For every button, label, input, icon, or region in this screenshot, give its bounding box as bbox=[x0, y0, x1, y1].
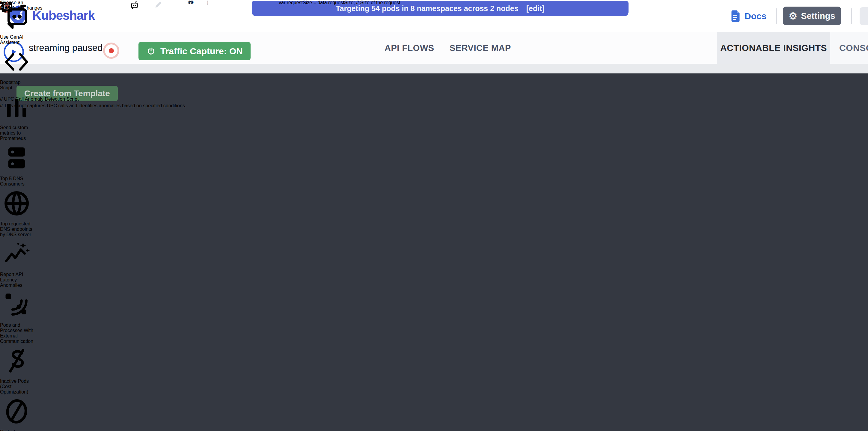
card-label: Top requested DNS endpoints by DNS serve… bbox=[0, 221, 33, 237]
settings-button[interactable]: ⚙ Settings bbox=[783, 7, 841, 25]
automation-card-grid: Use GenAI Assistant Bootstrap Script bbox=[0, 0, 33, 431]
card-pods-external-communication[interactable]: Pods and Processes With External Communi… bbox=[0, 288, 33, 344]
targeting-banner-text: Targeting 54 pods in 8 namespaces across… bbox=[336, 4, 519, 13]
kubeshark-app: Kubeshark Targeting 54 pods in 8 namespa… bbox=[0, 0, 868, 431]
gear-icon: ⚙ bbox=[788, 11, 797, 21]
card-label: Inactive Pods (Cost Optimization) bbox=[0, 378, 33, 395]
bar-chart-icon bbox=[0, 91, 33, 124]
line-number-49: 49 bbox=[188, 0, 193, 5]
editor-background bbox=[0, 73, 868, 431]
nav-service-map[interactable]: SERVICE MAP bbox=[450, 32, 511, 64]
edit-script-button[interactable] bbox=[153, 0, 163, 11]
card-report-api-latency-anomalies[interactable]: Report API Latency Anomalies bbox=[0, 237, 33, 288]
card-send-custom-metrics-prometheus[interactable]: Send custom metrics to Prometheus bbox=[0, 91, 33, 141]
globe-icon bbox=[0, 187, 33, 220]
card-label: Pods and Processes With External Communi… bbox=[0, 322, 33, 344]
tab-console[interactable]: CONSOLE bbox=[830, 32, 868, 64]
header-divider bbox=[776, 8, 777, 24]
traffic-capture-button[interactable]: Traffic Capture: ON bbox=[138, 42, 251, 60]
genai-chat-button[interactable] bbox=[129, 0, 140, 12]
pencil-icon bbox=[153, 0, 163, 9]
genai-assistant-icon bbox=[0, 0, 33, 33]
header-gray-strip bbox=[0, 64, 868, 73]
code-line-49: } bbox=[207, 0, 208, 5]
edit-targeting-link[interactable]: [edit] bbox=[526, 4, 545, 13]
settings-label: Settings bbox=[801, 11, 835, 21]
partial-header-button[interactable] bbox=[860, 7, 868, 25]
power-icon bbox=[146, 47, 156, 56]
code-line-20: var requestSize = data.requestSize; // S… bbox=[279, 0, 400, 5]
card-inactive-pods-cost-optimization[interactable]: Inactive Pods (Cost Optimization) bbox=[0, 344, 33, 395]
anomaly-sparkline-icon bbox=[0, 237, 33, 271]
card-label: Redact Sensitive Data bbox=[0, 429, 33, 431]
slash-circle-icon bbox=[0, 395, 33, 428]
card-top-requested-dns-endpoints[interactable]: Top requested DNS endpoints by DNS serve… bbox=[0, 187, 33, 237]
card-label: Use GenAI Assistant bbox=[0, 34, 33, 45]
code-brackets-icon bbox=[0, 45, 33, 79]
server-stack-icon bbox=[0, 141, 33, 175]
dollar-slash-icon bbox=[0, 344, 33, 377]
signal-beams-icon bbox=[0, 288, 33, 321]
card-use-genai-assistant[interactable]: Use GenAI Assistant bbox=[0, 0, 33, 45]
code-keyword: var bbox=[279, 0, 285, 5]
tab-actionable-insights[interactable]: ACTIONABLE INSIGHTS bbox=[717, 32, 830, 64]
card-top-5-dns-consumers[interactable]: Top 5 DNS Consumers bbox=[0, 141, 33, 186]
robot-chat-icon bbox=[129, 0, 140, 11]
code-comment: // Size of the request bbox=[356, 0, 400, 5]
nav-api-flows[interactable]: API FLOWS bbox=[384, 32, 434, 64]
header-divider bbox=[851, 8, 852, 24]
recording-indicator-icon bbox=[103, 42, 119, 59]
card-bootstrap-script[interactable]: Bootstrap Script bbox=[0, 45, 33, 91]
card-label: Send custom metrics to Prometheus bbox=[0, 125, 33, 141]
card-label: Bootstrap Script bbox=[0, 80, 33, 91]
traffic-capture-label: Traffic Capture: ON bbox=[160, 46, 243, 56]
streaming-status-label: streaming paused bbox=[29, 32, 102, 64]
docs-icon bbox=[730, 9, 741, 23]
card-label: Top 5 DNS Consumers bbox=[0, 176, 33, 187]
docs-link[interactable]: Docs bbox=[730, 9, 766, 23]
card-redact-sensitive-data[interactable]: Redact Sensitive Data bbox=[0, 395, 33, 431]
card-label: Report API Latency Anomalies bbox=[0, 272, 33, 288]
code-text: requestSize = data.requestSize; bbox=[285, 0, 356, 5]
docs-label: Docs bbox=[745, 11, 766, 21]
